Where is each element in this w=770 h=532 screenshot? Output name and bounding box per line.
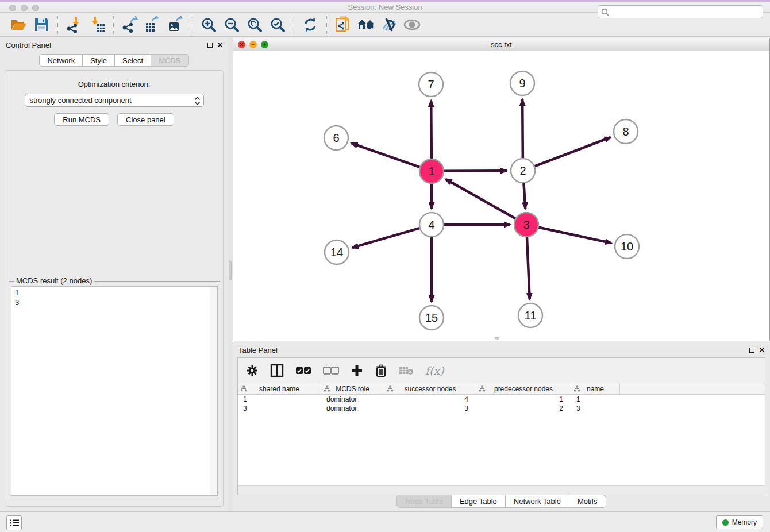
refresh-icon[interactable]: [301, 15, 320, 34]
table-cell[interactable]: 1: [238, 395, 321, 403]
table-row[interactable]: 1dominator411: [238, 395, 765, 404]
network-close-button[interactable]: ✕: [238, 41, 245, 48]
function-builder-icon[interactable]: f(x): [425, 364, 444, 377]
tab-network[interactable]: Network: [39, 54, 83, 67]
search-field: [598, 5, 763, 18]
table-row[interactable]: 3dominator323: [238, 404, 765, 413]
zoom-in-icon[interactable]: [199, 15, 218, 34]
edge-2-9[interactable]: [522, 99, 523, 159]
toolbar-separator: [57, 16, 58, 34]
import-network-icon[interactable]: [64, 15, 84, 34]
network-canvas[interactable]: 7968124314101511: [233, 51, 769, 341]
table-cell[interactable]: 3: [571, 404, 620, 413]
node-4[interactable]: 4: [419, 213, 444, 237]
export-image-icon[interactable]: [166, 15, 186, 34]
table-cell[interactable]: dominator: [321, 404, 384, 413]
control-panel-float-icon[interactable]: [207, 43, 213, 48]
export-network-icon[interactable]: [120, 15, 140, 34]
splitter-handle[interactable]: [229, 261, 232, 280]
search-input[interactable]: [598, 5, 763, 18]
table-panel-close-icon[interactable]: ×: [760, 346, 764, 354]
chevron-updown-icon: [194, 96, 201, 107]
zoom-fit-icon[interactable]: [245, 15, 264, 34]
table-cell[interactable]: 1: [571, 395, 620, 403]
hide-graphics-details-icon[interactable]: [379, 15, 399, 34]
zoom-selected-icon[interactable]: [268, 15, 287, 34]
network-minimize-button[interactable]: −: [249, 41, 257, 48]
gear-icon[interactable]: [246, 364, 259, 377]
node-7[interactable]: 7: [419, 72, 443, 97]
table-panel-title: Table Panel: [238, 346, 749, 354]
edge-4-14[interactable]: [352, 228, 420, 248]
table-cell[interactable]: 3: [384, 404, 476, 413]
select-all-icon[interactable]: [295, 366, 311, 375]
node-6[interactable]: 6: [324, 126, 348, 150]
table-cell[interactable]: 3: [238, 404, 321, 413]
save-session-icon[interactable]: [32, 15, 51, 34]
run-mcds-button[interactable]: Run MCDS: [54, 113, 109, 126]
node-10[interactable]: 10: [615, 234, 639, 259]
zoom-out-icon[interactable]: [222, 15, 241, 34]
show-graphics-details-icon[interactable]: [402, 15, 422, 34]
mcds-result-text[interactable]: 13: [11, 286, 218, 496]
deselect-all-icon[interactable]: [323, 366, 339, 375]
split-panel-icon[interactable]: [270, 364, 284, 377]
edge-3-11[interactable]: [527, 237, 530, 299]
export-table-icon[interactable]: [143, 15, 163, 34]
network-window: ✕ − + scc.txt 7968124314101511: [233, 38, 770, 341]
add-column-icon[interactable]: [351, 364, 363, 377]
node-11[interactable]: 11: [518, 303, 542, 327]
task-history-button[interactable]: [6, 515, 22, 530]
houses-icon[interactable]: [356, 15, 376, 34]
table-cell[interactable]: 4: [384, 395, 476, 403]
network-maximize-button[interactable]: +: [261, 41, 268, 48]
close-panel-button[interactable]: Close panel: [117, 113, 174, 126]
table-cell[interactable]: 2: [476, 404, 571, 413]
memory-button[interactable]: Memory: [716, 515, 763, 529]
node-1[interactable]: 1: [419, 159, 444, 183]
edge-2-8[interactable]: [534, 137, 611, 167]
node-8[interactable]: 8: [614, 119, 638, 144]
tab-edge-table[interactable]: Edge Table: [452, 495, 506, 508]
open-session-icon[interactable]: [9, 15, 28, 34]
edge-3-10[interactable]: [538, 227, 611, 243]
table-panel-float-icon[interactable]: [749, 348, 754, 353]
table-cell[interactable]: 1: [476, 395, 571, 403]
optimization-criterion-select[interactable]: strongly connected component: [25, 94, 204, 107]
tab-motifs[interactable]: Motifs: [569, 495, 606, 508]
control-panel: Control Panel × NetworkStyleSelectMCDS O…: [0, 37, 228, 511]
vertical-splitter[interactable]: [228, 37, 233, 511]
edge-1-2[interactable]: [444, 171, 507, 171]
mcds-panel: Optimization criterion: strongly connect…: [5, 70, 224, 507]
horizontal-splitter-handle[interactable]: [495, 337, 499, 340]
node-3[interactable]: 3: [514, 213, 538, 237]
delete-icon[interactable]: [375, 364, 387, 377]
column-header-successor-nodes[interactable]: successor nodes: [384, 383, 476, 394]
tab-network-table[interactable]: Network Table: [506, 495, 569, 508]
column-header-shared-name[interactable]: shared name: [238, 383, 321, 394]
tab-style[interactable]: Style: [83, 54, 115, 67]
tab-mcds[interactable]: MCDS: [151, 54, 188, 67]
node-9[interactable]: 9: [510, 71, 534, 95]
network-file-icon[interactable]: [333, 15, 353, 34]
control-panel-close-icon[interactable]: ×: [218, 41, 222, 49]
column-header-predecessor-nodes[interactable]: predecessor nodes: [476, 383, 571, 394]
edge-1-7[interactable]: [431, 101, 432, 159]
column-header-MCDS-role[interactable]: MCDS role: [321, 383, 384, 394]
tab-node-table[interactable]: Node Table: [396, 495, 452, 508]
import-table-icon[interactable]: [87, 15, 107, 34]
table-cell[interactable]: dominator: [321, 395, 384, 403]
edge-2-3[interactable]: [523, 183, 525, 209]
node-2[interactable]: 2: [511, 159, 535, 183]
edge-3-1[interactable]: [445, 179, 515, 219]
edge-1-6[interactable]: [351, 143, 420, 167]
network-window-titlebar[interactable]: ✕ − + scc.txt: [233, 38, 769, 51]
node-14[interactable]: 14: [325, 240, 349, 264]
table-hscrollbar[interactable]: [238, 485, 765, 495]
delete-table-icon[interactable]: [399, 365, 414, 376]
column-header-name[interactable]: name: [571, 383, 620, 394]
network-window-title: scc.txt: [491, 40, 512, 49]
node-15[interactable]: 15: [419, 306, 444, 330]
tab-select[interactable]: Select: [115, 54, 151, 67]
mcds-result-scrollbar[interactable]: [210, 287, 217, 495]
